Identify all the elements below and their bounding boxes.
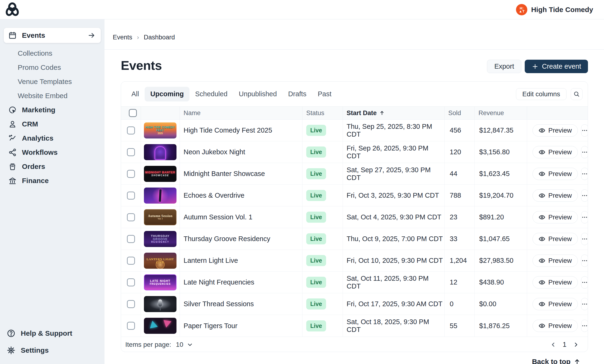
preview-button[interactable]: Preview [532,298,578,310]
sidebar-item-help-support[interactable]: Help & Support [0,325,104,342]
table-row[interactable]: Echoes & Overdrive Live Fri, Oct 3, 2025… [121,185,588,206]
row-checkbox[interactable] [127,191,135,200]
row-checkbox[interactable] [127,257,135,265]
event-name[interactable]: Lantern Light Live [184,257,238,264]
table-row[interactable]: THURSDAY GROOVE RESIDENCY Thursday Groov… [121,228,588,250]
sidebar-item-workflows[interactable]: Workflows [0,145,104,160]
sidebar-item-label: Analytics [22,134,53,142]
items-per-page-value[interactable]: 10 [176,341,183,348]
event-name[interactable]: Late Night Frequencies [184,278,254,286]
breadcrumb-events[interactable]: Events [113,34,132,41]
event-name[interactable]: Thursday Groove Residency [184,235,270,243]
sidebar-item-finance[interactable]: Finance [0,174,104,188]
row-checkbox[interactable] [127,148,135,156]
table-row[interactable]: HIGH TIDE COMEDY FEST 2025 High Tide Com… [121,120,588,141]
edit-columns-button[interactable]: Edit columns [516,88,566,100]
back-to-top-button[interactable]: Back to top [532,358,580,364]
column-status[interactable]: Status [302,107,343,119]
tab-past[interactable]: Past [312,87,337,101]
org-switcher[interactable]: H: ▲T High Tide Comedy [516,4,593,15]
row-more-button[interactable] [581,168,588,180]
column-name[interactable]: Name [180,107,302,119]
row-more-button[interactable] [581,320,588,332]
preview-button[interactable]: Preview [532,211,578,223]
tab-drafts[interactable]: Drafts [282,87,312,101]
start-date: Fri, Sep 26, 2025, 9:30 PM CDT [347,144,444,160]
row-checkbox[interactable] [127,300,135,308]
create-event-button[interactable]: Create event [525,60,588,73]
tab-scheduled[interactable]: Scheduled [189,87,233,101]
ellipsis-icon [581,149,588,155]
chevron-down-icon[interactable] [187,341,193,348]
row-checkbox[interactable] [127,213,135,221]
status-badge: Live [306,125,326,136]
sidebar-item-orders[interactable]: Orders [0,160,104,174]
tab-unpublished[interactable]: Unpublished [233,87,282,101]
preview-button[interactable]: Preview [532,254,578,267]
preview-label: Preview [548,257,572,264]
breadcrumb-dashboard[interactable]: Dashboard [144,34,175,41]
sold-count: 1,204 [450,257,467,264]
preview-button[interactable]: Preview [532,168,578,180]
sidebar-item-venue-templates[interactable]: Venue Templates [0,75,104,89]
tab-upcoming[interactable]: Upcoming [145,87,189,101]
next-page-button[interactable] [573,341,579,348]
column-start-date[interactable]: Start Date [343,107,444,119]
preview-button[interactable]: Preview [532,233,578,245]
row-checkbox[interactable] [127,126,135,135]
event-name[interactable]: Neon Jukebox Night [184,148,245,156]
revenue-amount: $0.00 [479,300,496,308]
table-row[interactable]: Neon Jukebox Night Live Fri, Sep 26, 202… [121,141,588,163]
event-name[interactable]: High Tide Comedy Fest 2025 [184,126,272,134]
row-more-button[interactable] [581,189,588,202]
row-checkbox[interactable] [127,278,135,286]
table-row[interactable]: Silver Thread Sessions Live Fri, Oct 17,… [121,293,588,315]
sidebar-item-collections[interactable]: Collections [0,46,104,60]
previous-page-button[interactable] [550,341,557,348]
event-name[interactable]: Paper Tigers Tour [184,322,237,330]
row-checkbox[interactable] [127,235,135,243]
sidebar-item-website-embed[interactable]: Website Embed [0,89,104,103]
row-checkbox[interactable] [127,322,135,330]
preview-button[interactable]: Preview [532,146,578,158]
row-checkbox[interactable] [127,170,135,178]
row-more-button[interactable] [581,211,588,223]
app-logo[interactable] [5,2,20,17]
table-row[interactable]: Paper Tigers Tour Live Sat, Oct 18, 2025… [121,315,588,337]
preview-button[interactable]: Preview [532,276,578,289]
search-button[interactable] [571,88,582,100]
tab-all[interactable]: All [126,87,145,101]
table-row[interactable]: LANTERN LIGHT LIVE Lantern Light Live Li… [121,250,588,272]
row-more-button[interactable] [581,276,588,289]
preview-label: Preview [548,213,572,221]
table-row[interactable]: LATE NIGHT FREQUENCIES Late Night Freque… [121,272,588,293]
row-more-button[interactable] [581,298,588,310]
row-more-button[interactable] [581,254,588,267]
row-more-button[interactable] [581,146,588,158]
event-name[interactable]: Silver Thread Sessions [184,300,254,308]
column-revenue[interactable]: Revenue [475,107,527,119]
sidebar-item-marketing[interactable]: Marketing [0,103,104,117]
breadcrumb: Events › Dashboard [104,19,604,50]
event-name[interactable]: Autumn Session Vol. 1 [184,213,252,221]
sidebar-item-crm[interactable]: CRM [0,117,104,131]
row-more-button[interactable] [581,233,588,245]
ellipsis-icon [581,323,588,329]
preview-button[interactable]: Preview [532,124,578,137]
export-button[interactable]: Export [487,60,521,73]
table-row[interactable]: MIDNIGHT BANTER SHOWCASE Midnight Banter… [121,163,588,185]
table-row[interactable]: Autumn Session Vol. 1 Autumn Session Vol… [121,206,588,228]
sidebar-item-analytics[interactable]: Analytics [0,131,104,145]
sidebar-item-events[interactable]: Events [4,28,101,43]
event-name[interactable]: Midnight Banter Showcase [184,170,265,178]
row-more-button[interactable] [581,124,588,137]
top-bar: H: ▲T High Tide Comedy [0,0,604,19]
eye-icon [538,235,545,242]
preview-button[interactable]: Preview [532,320,578,332]
column-sold[interactable]: Sold [444,107,475,119]
sidebar-item-settings[interactable]: Settings [0,342,104,359]
event-name[interactable]: Echoes & Overdrive [184,191,244,199]
select-all-checkbox[interactable] [129,109,137,117]
sidebar-item-promo-codes[interactable]: Promo Codes [0,60,104,75]
preview-button[interactable]: Preview [532,189,578,202]
